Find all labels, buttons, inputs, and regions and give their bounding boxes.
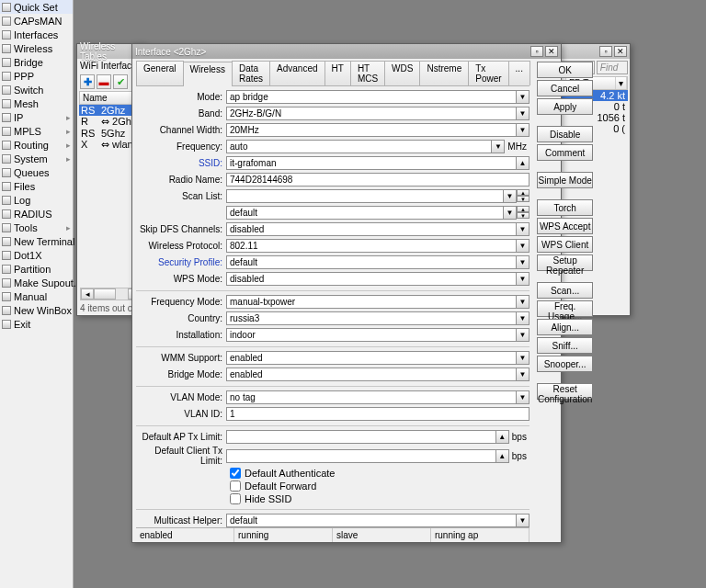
- sidebar-item-mesh[interactable]: Mesh: [0, 96, 73, 110]
- country-input[interactable]: russia3: [226, 311, 517, 325]
- ssid-input[interactable]: it-grafoman: [226, 156, 517, 170]
- col-dropdown[interactable]: ▾: [616, 77, 627, 89]
- dropdown-arrow-icon[interactable]: ▼: [517, 311, 530, 325]
- wps-mode-input[interactable]: disabled: [226, 272, 517, 286]
- sidebar-item-ppp[interactable]: PPP: [0, 69, 73, 83]
- scan--button[interactable]: Scan...: [537, 282, 593, 299]
- align--button[interactable]: Align...: [537, 319, 593, 335]
- frequency-mode-input[interactable]: manual-txpower: [226, 295, 517, 309]
- sidebar-item-dot1x[interactable]: Dot1X: [0, 248, 73, 262]
- bridge-mode-input[interactable]: enabled: [226, 368, 517, 381]
- dropdown-arrow-icon[interactable]: ▼: [517, 368, 530, 381]
- ok-button[interactable]: OK: [537, 62, 593, 78]
- wmm-support-input[interactable]: enabled: [226, 351, 517, 365]
- snooper--button[interactable]: Snooper...: [537, 356, 593, 372]
- sidebar-item-partition[interactable]: Partition: [0, 262, 73, 276]
- apply-button[interactable]: Apply: [537, 98, 593, 115]
- scan-list-input[interactable]: [226, 189, 504, 203]
- dropdown-arrow-icon[interactable]: ▼: [517, 222, 530, 236]
- enable-button[interactable]: ✔: [113, 74, 128, 89]
- tab--[interactable]: ...: [508, 61, 530, 85]
- vlan-mode-input[interactable]: no tag: [226, 390, 517, 404]
- tab-nstreme[interactable]: Nstreme: [419, 61, 469, 85]
- ap-tx-limit-input[interactable]: [226, 430, 496, 444]
- dropdown-arrow-icon[interactable]: ▼: [517, 295, 530, 309]
- minimize-button[interactable]: ▫: [599, 46, 612, 57]
- simple-mode-button[interactable]: Simple Mode: [537, 172, 593, 188]
- client-tx-limit-input[interactable]: [226, 449, 496, 463]
- sidebar-item-manual[interactable]: Manual: [0, 289, 73, 303]
- sidebar-item-ip[interactable]: IP▸: [0, 110, 73, 124]
- sidebar-item-system[interactable]: System▸: [0, 152, 73, 165]
- dropdown-arrow-icon[interactable]: ▼: [517, 90, 530, 104]
- security-profile-input[interactable]: default: [226, 255, 517, 269]
- sidebar-item-new-terminal[interactable]: New Terminal: [0, 234, 73, 248]
- sidebar-item-mpls[interactable]: MPLS▸: [0, 124, 73, 138]
- mode-input[interactable]: ap bridge: [226, 90, 517, 104]
- comment-button[interactable]: Comment: [537, 144, 593, 161]
- skip-dfs-input[interactable]: disabled: [226, 222, 517, 236]
- default-forward-checkbox[interactable]: Default Forward: [230, 481, 530, 492]
- freq-usage--button[interactable]: Freq. Usage...: [537, 300, 593, 317]
- wireless-protocol-input[interactable]: 802.11: [226, 239, 517, 253]
- wps-accept-button[interactable]: WPS Accept: [537, 218, 593, 234]
- sidebar-item-queues[interactable]: Queues: [0, 165, 73, 179]
- installation-input[interactable]: indoor: [226, 328, 517, 342]
- tri-arrow-icon[interactable]: ▲: [496, 430, 509, 444]
- tab-wds[interactable]: WDS: [384, 61, 420, 85]
- cancel-button[interactable]: Cancel: [537, 80, 593, 96]
- dropdown-arrow-icon[interactable]: ▼: [504, 206, 517, 220]
- sniff--button[interactable]: Sniff...: [537, 337, 593, 354]
- tab-ht[interactable]: HT: [325, 61, 351, 85]
- close-button[interactable]: ✕: [614, 46, 627, 57]
- sidebar-item-wireless[interactable]: Wireless: [0, 41, 73, 55]
- sidebar-item-files[interactable]: Files: [0, 179, 73, 193]
- dropdown-arrow-icon[interactable]: ▼: [517, 107, 530, 120]
- sidebar-item-capsman[interactable]: CAPsMAN: [0, 14, 73, 28]
- sidebar-item-radius[interactable]: RADIUS: [0, 207, 73, 220]
- setup-repeater-button[interactable]: Setup Repeater: [537, 254, 593, 271]
- tab-data-rates[interactable]: Data Rates: [232, 61, 270, 85]
- scan-list2-input[interactable]: default: [226, 206, 504, 220]
- close-button[interactable]: ✕: [545, 46, 558, 57]
- multicast-helper-input[interactable]: default: [226, 514, 517, 527]
- dropdown-arrow-icon[interactable]: ▼: [517, 123, 530, 137]
- tri-arrow-icon[interactable]: ▲: [496, 449, 509, 463]
- dropdown-arrow-icon[interactable]: ▼: [517, 239, 530, 253]
- add-button[interactable]: ✚: [80, 74, 95, 89]
- hide-ssid-checkbox[interactable]: Hide SSID: [230, 493, 530, 504]
- dropdown-arrow-icon[interactable]: ▼: [517, 272, 530, 286]
- tab-ht-mcs[interactable]: HT MCS: [350, 61, 385, 85]
- radio-name-input[interactable]: 744D28144698: [226, 173, 530, 187]
- sidebar-item-switch[interactable]: Switch: [0, 83, 73, 96]
- sidebar-item-quick-set[interactable]: Quick Set: [0, 0, 73, 14]
- sidebar-item-exit[interactable]: Exit: [0, 317, 73, 331]
- remove-button[interactable]: ▬: [97, 74, 111, 89]
- reset-configuration-button[interactable]: Reset Configuration: [537, 383, 593, 400]
- dropdown-arrow-icon[interactable]: ▼: [517, 514, 530, 527]
- sidebar-item-routing[interactable]: Routing▸: [0, 138, 73, 152]
- spin-up[interactable]: ▲: [517, 189, 530, 196]
- vlan-id-input[interactable]: 1: [226, 407, 530, 421]
- frequency-input[interactable]: auto: [226, 140, 492, 153]
- tab-general[interactable]: General: [136, 61, 184, 85]
- dropdown-arrow-icon[interactable]: ▼: [517, 328, 530, 342]
- spin-down[interactable]: ▼: [517, 212, 530, 219]
- sidebar-item-tools[interactable]: Tools▸: [0, 220, 73, 234]
- dropdown-arrow-icon[interactable]: ▼: [517, 255, 530, 269]
- dropdown-arrow-icon[interactable]: ▼: [492, 140, 505, 153]
- tri-arrow-icon[interactable]: ▲: [517, 156, 530, 170]
- torch-button[interactable]: Torch: [537, 199, 593, 216]
- dropdown-arrow-icon[interactable]: ▼: [504, 189, 517, 203]
- minimize-button[interactable]: ▫: [530, 46, 543, 57]
- wps-client-button[interactable]: WPS Client: [537, 236, 593, 253]
- tab-tx-power[interactable]: Tx Power: [468, 61, 508, 85]
- tab-wireless[interactable]: Wireless: [183, 62, 233, 86]
- tab-advanced[interactable]: Advanced: [269, 61, 325, 85]
- channel-width-input[interactable]: 20MHz: [226, 123, 517, 137]
- disable-button[interactable]: Disable: [537, 126, 593, 142]
- default-authenticate-checkbox[interactable]: Default Authenticate: [230, 468, 530, 479]
- find-input[interactable]: Find: [597, 61, 628, 74]
- spin-up[interactable]: ▲: [517, 206, 530, 212]
- dropdown-arrow-icon[interactable]: ▼: [517, 351, 530, 365]
